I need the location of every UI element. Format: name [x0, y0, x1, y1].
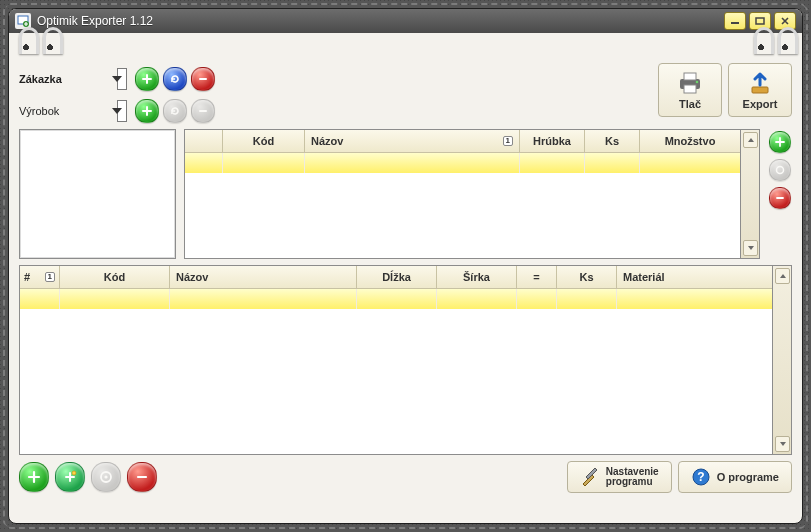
parts-grid[interactable]: # 1 Kód Názov Dĺžka Šírka = Ks Materiál — [19, 265, 773, 455]
col-hrubka[interactable]: Hrúbka — [520, 130, 585, 152]
scroll-down-icon[interactable] — [743, 240, 758, 256]
col-nazov[interactable]: Názov 1 — [305, 130, 520, 152]
app-window: Optimik Exporter 1.12 Zákazka — [8, 8, 803, 524]
zakazka-label: Zákazka — [19, 73, 109, 85]
part-delete-button[interactable] — [127, 462, 157, 492]
materials-grid-header: Kód Názov 1 Hrúbka Ks Množstvo — [185, 130, 740, 153]
export-icon — [746, 71, 774, 95]
part-duplicate-button[interactable] — [55, 462, 85, 492]
printer-icon — [676, 71, 704, 95]
materials-grid[interactable]: Kód Názov 1 Hrúbka Ks Množstvo — [184, 129, 741, 259]
parts-grid-row[interactable] — [20, 289, 772, 309]
export-label: Export — [743, 98, 778, 110]
sort-indicator: 1 — [45, 272, 55, 282]
binder-rings — [9, 33, 802, 59]
preview-panel — [19, 129, 176, 259]
svg-rect-3 — [756, 18, 764, 24]
chevron-down-icon — [112, 108, 122, 114]
part-edit-button — [91, 462, 121, 492]
part-add-button[interactable] — [19, 462, 49, 492]
material-edit-button — [769, 159, 791, 181]
about-label: O programe — [717, 471, 779, 483]
vyrobok-label: Výrobok — [19, 105, 109, 117]
zakazka-combo[interactable] — [117, 68, 127, 90]
sort-indicator: 1 — [503, 136, 513, 146]
vyrobok-delete-button — [191, 99, 215, 123]
svg-point-12 — [104, 475, 107, 478]
vyrobok-refresh-button — [163, 99, 187, 123]
minimize-button[interactable] — [724, 12, 746, 30]
col-kod[interactable]: Kód — [223, 130, 305, 152]
svg-point-7 — [696, 80, 699, 83]
col-mnozstvo[interactable]: Množstvo — [640, 130, 740, 152]
parts-grid-header: # 1 Kód Názov Dĺžka Šírka = Ks Materiál — [20, 266, 772, 289]
svg-point-10 — [72, 471, 76, 475]
print-button[interactable]: Tlač — [658, 63, 722, 117]
material-delete-button[interactable] — [769, 187, 791, 209]
svg-point-9 — [777, 167, 784, 174]
svg-rect-2 — [731, 22, 739, 24]
parts-scrollbar[interactable] — [773, 265, 792, 455]
tools-icon — [580, 467, 600, 487]
pcol-dlzka[interactable]: Dĺžka — [357, 266, 437, 288]
window-title: Optimik Exporter 1.12 — [37, 14, 724, 28]
about-button[interactable]: ? O programe — [678, 461, 792, 493]
col-ks[interactable]: Ks — [585, 130, 640, 152]
zakazka-delete-button[interactable] — [191, 67, 215, 91]
vyrobok-add-button[interactable] — [135, 99, 159, 123]
svg-text:?: ? — [697, 470, 704, 484]
help-icon: ? — [691, 467, 711, 487]
materials-grid-row[interactable] — [185, 153, 740, 173]
svg-rect-5 — [684, 73, 696, 80]
col-blank[interactable] — [185, 130, 223, 152]
material-add-button[interactable] — [769, 131, 791, 153]
vyrobok-combo[interactable] — [117, 100, 127, 122]
print-label: Tlač — [679, 98, 701, 110]
svg-rect-6 — [684, 85, 696, 93]
pcol-sirka[interactable]: Šírka — [437, 266, 517, 288]
export-button[interactable]: Export — [728, 63, 792, 117]
svg-rect-8 — [752, 87, 768, 93]
pcol-eq[interactable]: = — [517, 266, 557, 288]
pcol-num[interactable]: # 1 — [20, 266, 60, 288]
materials-scrollbar[interactable] — [741, 129, 760, 259]
chevron-down-icon — [112, 76, 122, 82]
scroll-up-icon[interactable] — [743, 132, 758, 148]
titlebar[interactable]: Optimik Exporter 1.12 — [9, 9, 802, 33]
settings-line2: programu — [606, 477, 659, 488]
pcol-ks[interactable]: Ks — [557, 266, 617, 288]
scroll-down-icon[interactable] — [775, 436, 790, 452]
pcol-nazov[interactable]: Názov — [170, 266, 357, 288]
pcol-kod[interactable]: Kód — [60, 266, 170, 288]
scroll-up-icon[interactable] — [775, 268, 790, 284]
zakazka-refresh-button[interactable] — [163, 67, 187, 91]
settings-button[interactable]: Nastavenie programu — [567, 461, 672, 493]
zakazka-add-button[interactable] — [135, 67, 159, 91]
pcol-material[interactable]: Materiál — [617, 266, 772, 288]
